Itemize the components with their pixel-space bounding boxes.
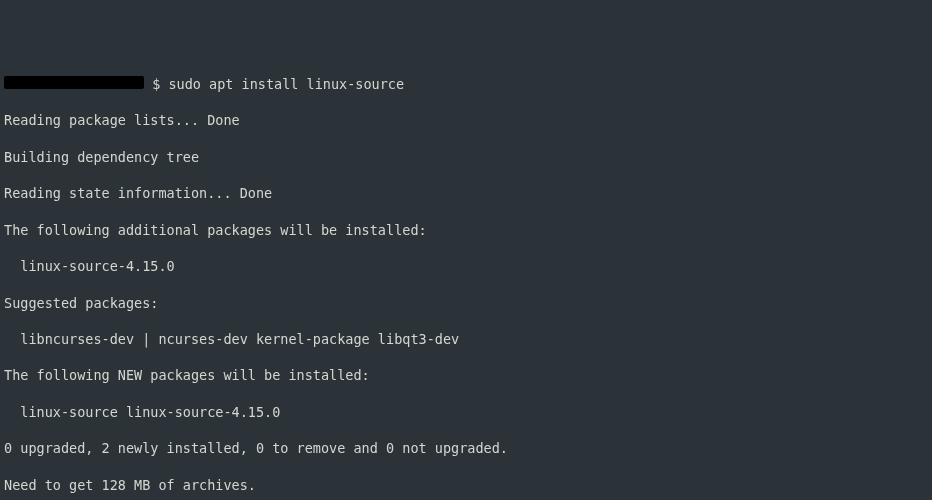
command-text: sudo apt install linux-source [168,75,404,93]
redacted-hostname [4,76,144,89]
output-line: Reading state information... Done [4,184,928,202]
output-line: linux-source linux-source-4.15.0 [4,403,928,421]
output-line: Suggested packages: [4,294,928,312]
prompt-symbol: $ [144,75,168,93]
output-line: Need to get 128 MB of archives. [4,476,928,494]
output-line: The following additional packages will b… [4,221,928,239]
output-line: Building dependency tree [4,148,928,166]
output-line: The following NEW packages will be insta… [4,366,928,384]
prompt-line[interactable]: $ sudo apt install linux-source [4,75,928,93]
output-line: Reading package lists... Done [4,111,928,129]
output-line: libncurses-dev | ncurses-dev kernel-pack… [4,330,928,348]
output-line: linux-source-4.15.0 [4,257,928,275]
output-line: 0 upgraded, 2 newly installed, 0 to remo… [4,439,928,457]
